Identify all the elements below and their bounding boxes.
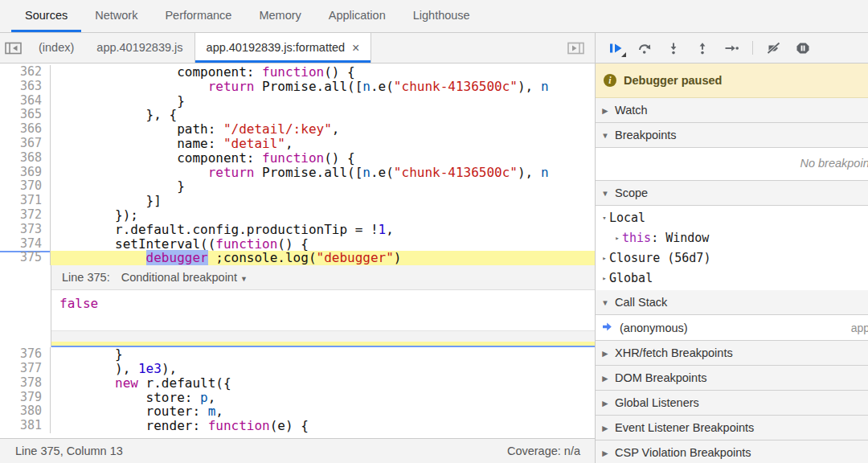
- scope-item-local[interactable]: ▾Local: [596, 207, 868, 227]
- line-number-365[interactable]: 365: [0, 108, 51, 122]
- paused-message: Debugger paused: [624, 74, 722, 87]
- info-icon: i: [604, 74, 616, 87]
- call-stack-frame[interactable]: (anonymous)app: [596, 315, 868, 341]
- section-xhr-fetch-breakpoints[interactable]: ▶XHR/fetch Breakpoints: [596, 341, 868, 366]
- code-text-372[interactable]: });: [51, 208, 138, 223]
- scope-item-closure-56d7[interactable]: ▸Closure (56d7): [596, 248, 868, 268]
- code-text-373[interactable]: r.default.config.productionTip = !1,: [51, 223, 394, 237]
- tab-sources[interactable]: Sources: [11, 0, 81, 32]
- code-line-371: 371 }]: [0, 194, 595, 208]
- resume-button[interactable]: [601, 37, 630, 59]
- file-tab-index[interactable]: (index): [27, 33, 85, 63]
- step-button[interactable]: [717, 37, 746, 59]
- step-over-button[interactable]: [630, 37, 659, 59]
- tab-performance[interactable]: Performance: [151, 0, 245, 32]
- code-text-371[interactable]: }]: [51, 194, 162, 208]
- line-number-367[interactable]: 367: [0, 137, 51, 151]
- code-text-365[interactable]: }, {: [51, 108, 177, 122]
- code-line-370: 370 }: [0, 179, 595, 194]
- section-scope[interactable]: ▼Scope: [596, 181, 868, 206]
- code-line-379: 379 store: p,: [0, 391, 595, 405]
- close-icon[interactable]: ×: [352, 42, 359, 55]
- section-watch[interactable]: ▶Watch: [596, 98, 868, 123]
- code-text-381[interactable]: render: function(e) {: [51, 419, 309, 433]
- code-text-379[interactable]: store: p,: [51, 391, 215, 405]
- line-number-368[interactable]: 368: [0, 151, 51, 166]
- active-frame-icon: [602, 321, 612, 335]
- triangle-collapsed-icon: ▶: [601, 449, 609, 457]
- code-text-364[interactable]: }: [51, 94, 185, 109]
- code-line-369: 369 return Promise.all([n.e("chunk-41365…: [0, 166, 595, 180]
- section-global-listeners[interactable]: ▶Global Listeners: [596, 391, 868, 416]
- line-number-380[interactable]: 380: [0, 404, 51, 419]
- line-number-362[interactable]: 362: [0, 65, 51, 80]
- step-out-button[interactable]: [688, 37, 717, 59]
- line-number-364[interactable]: 364: [0, 94, 51, 109]
- scope-item-global[interactable]: ▸Global: [596, 268, 868, 288]
- code-text-362[interactable]: component: function() {: [51, 65, 355, 80]
- line-number-381[interactable]: 381: [0, 419, 51, 433]
- code-text-378[interactable]: new r.default({: [51, 376, 231, 391]
- tab-memory[interactable]: Memory: [245, 0, 314, 32]
- section-call-stack[interactable]: ▼Call Stack: [596, 290, 868, 315]
- scope-item-this-window[interactable]: ▸this: Window: [596, 227, 868, 248]
- code-line-372: 372 });: [0, 208, 595, 223]
- line-number-370[interactable]: 370: [0, 179, 51, 194]
- code-text-376[interactable]: }: [51, 347, 123, 362]
- line-number-378[interactable]: 378: [0, 376, 51, 391]
- file-tab-app-40192839-js-formatted[interactable]: app.40192839.js:formatted×: [194, 33, 372, 63]
- line-number-379[interactable]: 379: [0, 391, 51, 405]
- line-number-375[interactable]: 375: [0, 251, 51, 265]
- line-number-374[interactable]: 374: [0, 237, 51, 252]
- breakpoint-widget-footer: [51, 330, 595, 342]
- pause-on-exceptions-button[interactable]: [788, 37, 817, 59]
- code-line-365: 365 }, {: [0, 108, 595, 122]
- section-csp-violation-breakpoints[interactable]: ▶CSP Violation Breakpoints: [596, 440, 868, 463]
- section-title: XHR/fetch Breakpoints: [615, 346, 733, 359]
- code-text-375[interactable]: debugger ;console.log("debugger"): [51, 251, 595, 265]
- code-text-369[interactable]: return Promise.all([n.e("chunk-4136500c"…: [51, 166, 549, 180]
- breakpoint-type-dropdown[interactable]: Conditional breakpoint▼: [121, 271, 248, 284]
- code-line-380: 380 router: m,: [0, 404, 595, 419]
- chevron-down-icon: ▼: [240, 275, 248, 283]
- line-number-376[interactable]: 376: [0, 347, 51, 362]
- file-tab-bar: (index)app.40192839.jsapp.40192839.js:fo…: [0, 33, 595, 64]
- code-line-375: 375 debugger ;console.log("debugger"): [0, 251, 595, 265]
- code-text-367[interactable]: name: "detail",: [51, 137, 293, 151]
- triangle-expanded-icon: ▼: [601, 189, 609, 198]
- code-text-368[interactable]: component: function() {: [51, 151, 355, 166]
- panel-right-icon[interactable]: [563, 33, 590, 63]
- section-dom-breakpoints[interactable]: ▶DOM Breakpoints: [596, 366, 868, 391]
- code-text-380[interactable]: router: m,: [51, 404, 223, 419]
- file-tab-app-40192839-js[interactable]: app.40192839.js: [85, 33, 194, 63]
- tab-network[interactable]: Network: [81, 0, 151, 32]
- code-text-363[interactable]: return Promise.all([n.e("chunk-4136500c"…: [51, 80, 549, 94]
- code-editor[interactable]: 362 component: function() {363 return Pr…: [0, 64, 595, 438]
- tab-application[interactable]: Application: [315, 0, 399, 32]
- panel-left-icon[interactable]: [0, 33, 27, 63]
- triangle-collapsed-icon: ▶: [601, 106, 609, 115]
- line-number-366[interactable]: 366: [0, 122, 51, 137]
- code-text-366[interactable]: path: "/detail/:key",: [51, 122, 339, 137]
- tab-lighthouse[interactable]: Lighthouse: [399, 0, 484, 32]
- code-line-363: 363 return Promise.all([n.e("chunk-41365…: [0, 80, 595, 94]
- line-number-363[interactable]: 363: [0, 80, 51, 94]
- line-number-377[interactable]: 377: [0, 362, 51, 376]
- code-text-370[interactable]: }: [51, 179, 185, 194]
- code-line-366: 366 path: "/detail/:key",: [0, 122, 595, 137]
- code-line-364: 364 }: [0, 94, 595, 109]
- breakpoint-condition-input[interactable]: false: [51, 290, 595, 330]
- step-into-button[interactable]: [659, 37, 688, 59]
- section-title: Scope: [615, 186, 648, 199]
- line-number-372[interactable]: 372: [0, 208, 51, 223]
- line-number-369[interactable]: 369: [0, 166, 51, 180]
- section-event-listener-breakpoints[interactable]: ▶Event Listener Breakpoints: [596, 416, 868, 440]
- section-title: Global Listeners: [615, 396, 699, 409]
- line-number-371[interactable]: 371: [0, 194, 51, 208]
- code-text-377[interactable]: ), 1e3),: [51, 362, 177, 376]
- code-text-374[interactable]: setInterval((function() {: [51, 237, 309, 252]
- breakpoint-widget-header: Line 375: Conditional breakpoint▼: [51, 265, 595, 290]
- section-breakpoints[interactable]: ▼Breakpoints: [596, 123, 868, 148]
- line-number-373[interactable]: 373: [0, 223, 51, 237]
- deactivate-breakpoints-button[interactable]: [760, 37, 788, 59]
